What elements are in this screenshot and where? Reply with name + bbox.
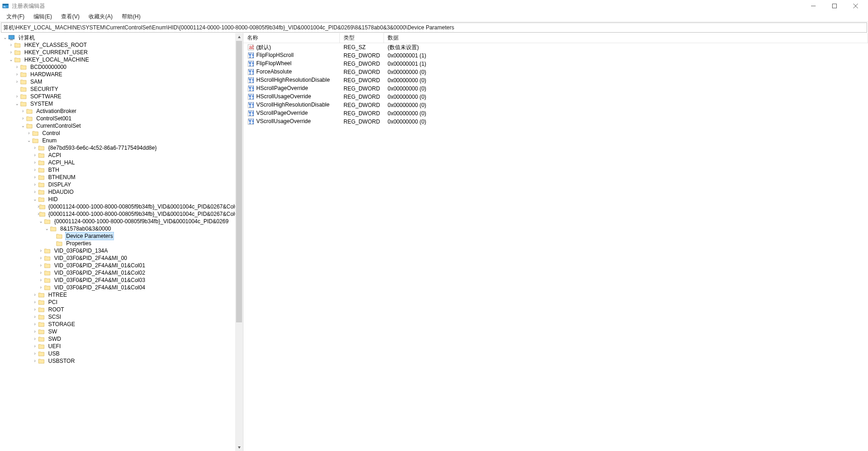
tree-item[interactable]: ›SW xyxy=(0,328,235,335)
chevron-right-icon[interactable]: › xyxy=(38,269,44,276)
chevron-right-icon[interactable]: › xyxy=(14,93,20,100)
tree-item[interactable]: ⌄CurrentControlSet xyxy=(0,122,235,130)
tree-item[interactable]: ›HARDWARE xyxy=(0,71,235,78)
maximize-button[interactable] xyxy=(824,0,845,12)
chevron-right-icon[interactable]: › xyxy=(32,166,38,174)
chevron-right-icon[interactable]: › xyxy=(14,78,20,85)
tree-item[interactable]: ›HKEY_CLASSES_ROOT xyxy=(0,41,235,49)
chevron-down-icon[interactable]: ⌄ xyxy=(32,196,38,203)
chevron-right-icon[interactable]: › xyxy=(32,181,38,188)
tree-item[interactable]: ›ControlSet001 xyxy=(0,115,235,122)
tree-item[interactable]: ›SWD xyxy=(0,335,235,343)
tree-item[interactable]: ›{00001124-0000-1000-8000-00805f9b34fb}_… xyxy=(0,203,235,210)
value-row[interactable]: 011110VScrollUsageOverrideREG_DWORD0x000… xyxy=(243,118,868,126)
chevron-right-icon[interactable]: › xyxy=(32,299,38,306)
column-header-name[interactable]: 名称 xyxy=(243,33,340,43)
chevron-right-icon[interactable]: › xyxy=(38,247,44,254)
scroll-track[interactable] xyxy=(235,41,243,443)
tree-item[interactable]: ›BTH xyxy=(0,166,235,174)
chevron-right-icon[interactable]: › xyxy=(14,63,20,71)
value-row[interactable]: 011110VScrollPageOverrideREG_DWORD0x0000… xyxy=(243,109,868,118)
tree-item[interactable]: ›HTREE xyxy=(0,291,235,299)
minimize-button[interactable] xyxy=(803,0,824,12)
menu-help[interactable]: 帮助(H) xyxy=(117,12,145,22)
tree-item[interactable]: ›USB xyxy=(0,350,235,357)
tree-item[interactable]: ›ACPI xyxy=(0,152,235,159)
value-row[interactable]: 011110FlipFlopWheelREG_DWORD0x00000001 (… xyxy=(243,60,868,68)
tree-item[interactable]: ›ActivationBroker xyxy=(0,107,235,115)
chevron-right-icon[interactable]: › xyxy=(14,71,20,78)
chevron-right-icon[interactable]: › xyxy=(32,174,38,181)
value-row[interactable]: 011110VScrollHighResolutionDisableREG_DW… xyxy=(243,101,868,109)
tree-item[interactable]: ⌄Enum xyxy=(0,137,235,144)
tree-item[interactable]: ⌄SYSTEM xyxy=(0,100,235,107)
value-row[interactable]: ab(默认)REG_SZ(数值未设置) xyxy=(243,43,868,51)
tree-item[interactable]: ⌄{00001124-0000-1000-8000-00805f9b34fb}_… xyxy=(0,218,235,225)
registry-tree[interactable]: ⌄计算机›HKEY_CLASSES_ROOT›HKEY_CURRENT_USER… xyxy=(0,33,235,369)
tree-item[interactable]: ·SECURITY xyxy=(0,85,235,93)
menu-file[interactable]: 文件(F) xyxy=(2,12,29,22)
tree-item[interactable]: ·Properties xyxy=(0,240,235,247)
tree-item[interactable]: ›DISPLAY xyxy=(0,181,235,188)
chevron-right-icon[interactable]: › xyxy=(32,313,38,321)
chevron-right-icon[interactable]: › xyxy=(20,107,26,115)
chevron-right-icon[interactable]: › xyxy=(38,254,44,262)
chevron-right-icon[interactable]: › xyxy=(32,152,38,159)
tree-item[interactable]: ⌄计算机 xyxy=(0,34,235,41)
tree-item[interactable]: ›VID_03F0&PID_2F4A&MI_01&Col04 xyxy=(0,284,235,291)
chevron-right-icon[interactable]: › xyxy=(32,306,38,313)
chevron-down-icon[interactable]: ⌄ xyxy=(8,56,14,63)
tree-item[interactable]: ›STORAGE xyxy=(0,321,235,328)
tree-item[interactable]: ›SCSI xyxy=(0,313,235,321)
tree-item[interactable]: ›SAM xyxy=(0,78,235,85)
chevron-right-icon[interactable]: › xyxy=(38,284,44,291)
tree-item[interactable]: ⌄HKEY_LOCAL_MACHINE xyxy=(0,56,235,63)
menu-view[interactable]: 查看(V) xyxy=(56,12,84,22)
address-bar[interactable]: 算机\HKEY_LOCAL_MACHINE\SYSTEM\CurrentCont… xyxy=(1,23,867,33)
tree-item[interactable]: ›ACPI_HAL xyxy=(0,159,235,166)
scroll-down-icon[interactable] xyxy=(235,443,243,451)
chevron-right-icon[interactable]: › xyxy=(32,335,38,343)
tree-item[interactable]: ›BTHENUM xyxy=(0,174,235,181)
value-row[interactable]: 011110FlipFlopHScrollREG_DWORD0x00000001… xyxy=(243,51,868,60)
tree-item[interactable]: ›SOFTWARE xyxy=(0,93,235,100)
chevron-right-icon[interactable]: › xyxy=(32,328,38,335)
tree-item[interactable]: ›VID_03F0&PID_2F4A&MI_00 xyxy=(0,254,235,262)
scroll-up-icon[interactable] xyxy=(235,33,243,41)
scroll-thumb[interactable] xyxy=(236,41,242,322)
tree-item[interactable]: ›HDAUDIO xyxy=(0,188,235,196)
tree-item[interactable]: ›ROOT xyxy=(0,306,235,313)
chevron-down-icon[interactable]: ⌄ xyxy=(2,34,8,41)
chevron-right-icon[interactable]: › xyxy=(8,49,14,56)
tree-item[interactable]: ›USBSTOR xyxy=(0,357,235,365)
tree-item[interactable]: ›Control xyxy=(0,130,235,137)
value-row[interactable]: 011110HScrollUsageOverrideREG_DWORD0x000… xyxy=(243,93,868,101)
chevron-right-icon[interactable]: › xyxy=(32,159,38,166)
tree-vertical-scrollbar[interactable] xyxy=(235,33,243,451)
tree-item[interactable]: ›VID_03F0&PID_2F4A&MI_01&Col01 xyxy=(0,262,235,269)
column-header-type[interactable]: 类型 xyxy=(340,33,384,43)
chevron-right-icon[interactable]: › xyxy=(26,130,32,137)
tree-item[interactable]: ›HKEY_CURRENT_USER xyxy=(0,49,235,56)
tree-item[interactable]: ›BCD00000000 xyxy=(0,63,235,71)
chevron-right-icon[interactable]: › xyxy=(32,144,38,152)
tree-item[interactable]: ·Device Parameters xyxy=(0,232,235,240)
tree-item[interactable]: ⌄8&1578ab0&3&0000 xyxy=(0,225,235,232)
column-header-data[interactable]: 数据 xyxy=(384,33,868,43)
chevron-right-icon[interactable]: › xyxy=(32,350,38,357)
chevron-down-icon[interactable]: ⌄ xyxy=(44,225,50,232)
chevron-right-icon[interactable]: › xyxy=(20,115,26,122)
menu-edit[interactable]: 编辑(E) xyxy=(29,12,56,22)
tree-item[interactable]: ›{8e7bd593-6e6c-4c52-86a6-77175494dd8e} xyxy=(0,144,235,152)
chevron-right-icon[interactable]: › xyxy=(32,188,38,196)
chevron-right-icon[interactable]: › xyxy=(32,291,38,299)
tree-item[interactable]: ›VID_03F0&PID_2F4A&MI_01&Col02 xyxy=(0,269,235,276)
chevron-right-icon[interactable]: › xyxy=(8,41,14,49)
chevron-down-icon[interactable]: ⌄ xyxy=(20,122,26,130)
chevron-down-icon[interactable]: ⌄ xyxy=(14,100,20,107)
chevron-right-icon[interactable]: › xyxy=(32,321,38,328)
chevron-right-icon[interactable]: › xyxy=(38,276,44,284)
chevron-right-icon[interactable]: › xyxy=(38,262,44,269)
tree-item[interactable]: ›VID_03F0&PID_134A xyxy=(0,247,235,254)
tree-item[interactable]: ⌄HID xyxy=(0,196,235,203)
